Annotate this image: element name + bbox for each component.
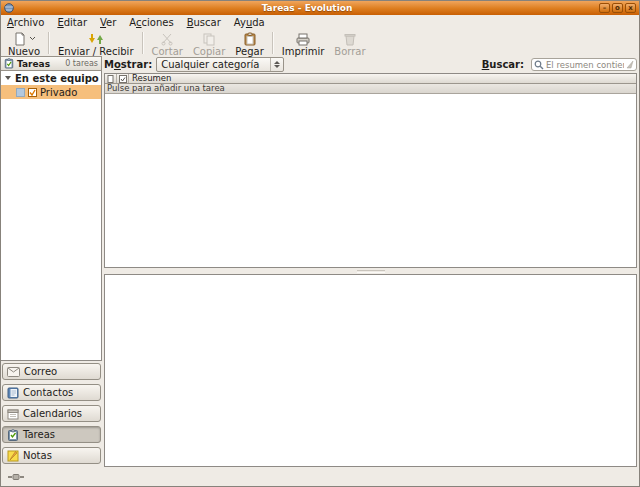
trash-icon	[344, 32, 356, 46]
delete-button: Borrar	[329, 30, 370, 57]
switcher-calendarios-button[interactable]: Calendarios	[2, 405, 101, 422]
expander-triangle-icon[interactable]	[5, 76, 11, 80]
sidebar-header-title: Tareas	[17, 59, 50, 69]
menu-ayuda-rest: da	[252, 17, 264, 28]
menu-archivo[interactable]: Archivo	[7, 17, 44, 28]
online-status-icon[interactable]	[8, 473, 24, 481]
cut-button: Cortar	[147, 30, 188, 57]
clear-search-icon[interactable]	[626, 60, 634, 69]
menu-ayuda[interactable]: Ayuda	[234, 17, 265, 28]
tree-group-label: En este equipo	[15, 73, 99, 84]
switcher-correo-button[interactable]: Correo	[2, 363, 101, 380]
minimize-button[interactable]: –	[599, 3, 610, 13]
toolbar-separator	[48, 32, 50, 54]
new-button[interactable]: Nuevo	[3, 30, 45, 57]
switcher-correo-label: Correo	[24, 366, 57, 377]
tree-item-privado[interactable]: Privado	[1, 85, 101, 99]
task-source-tree: En este equipo Privado	[1, 71, 102, 361]
search-icon[interactable]	[534, 60, 544, 70]
menu-ayuda-pre: Ay	[234, 17, 246, 28]
menu-editar-rest: ditar	[64, 17, 87, 28]
show-label: Mostrar:	[104, 59, 152, 70]
menu-buscar-mnemonic: B	[187, 17, 194, 28]
search-area: Buscar: El resumen contiene	[482, 58, 637, 71]
tree-item-label: Privado	[40, 87, 77, 98]
notes-icon	[7, 450, 19, 462]
printer-icon	[295, 32, 311, 46]
switcher-tareas-button[interactable]: Tareas	[2, 426, 101, 443]
dropdown-arrows-icon	[270, 58, 283, 71]
tree-group-on-this-computer[interactable]: En este equipo	[1, 71, 101, 85]
chevron-down-icon[interactable]	[29, 36, 36, 41]
search-input[interactable]: El resumen contiene	[531, 58, 637, 71]
print-button[interactable]: Imprimir	[277, 30, 330, 57]
complete-column-header[interactable]	[117, 74, 129, 83]
category-filter-value: Cualquier categoría	[161, 59, 259, 70]
maximize-button[interactable]: o	[612, 3, 623, 13]
show-label-pre: M	[104, 59, 114, 70]
switcher-contactos-button[interactable]: Contactos	[2, 384, 101, 401]
menu-editar[interactable]: Editar	[57, 17, 87, 28]
send-receive-icon	[88, 32, 104, 46]
menu-archivo-mnemonic: A	[7, 17, 14, 28]
scissors-icon	[160, 32, 174, 46]
toolbar-separator	[272, 32, 274, 54]
menu-archivo-rest: rchivo	[14, 17, 45, 28]
show-label-rest: strar:	[121, 59, 152, 70]
toolbar: Nuevo Enviar / Recibir Cortar Copiar	[1, 29, 639, 56]
menubar: Archivo Editar Ver Acciones Buscar Ayuda	[1, 15, 639, 29]
menu-buscar[interactable]: Buscar	[187, 17, 221, 28]
titlebar: Tareas - Evolution – o x	[1, 1, 639, 15]
menu-acciones[interactable]: Acciones	[129, 17, 173, 28]
menu-buscar-rest: uscar	[194, 17, 221, 28]
evolution-window: Tareas - Evolution – o x Archivo Editar …	[0, 0, 640, 487]
tasks-icon	[7, 429, 19, 441]
search-label-rest: uscar:	[489, 59, 524, 70]
menu-ver-rest: er	[106, 17, 116, 28]
switcher-notas-button[interactable]: Notas	[2, 447, 101, 464]
send-receive-button[interactable]: Enviar / Recibir	[53, 30, 138, 57]
menu-ver[interactable]: Ver	[100, 17, 116, 28]
new-document-icon	[13, 32, 27, 46]
sidebar-header[interactable]: Tareas 0 tareas	[1, 56, 102, 71]
complete-checkbox-icon	[119, 75, 127, 83]
statusbar	[1, 467, 639, 486]
menu-acciones-rest: ciones	[142, 17, 174, 28]
search-label: Buscar:	[482, 59, 524, 70]
task-preview-pane	[104, 274, 637, 467]
switcher-contactos-label: Contactos	[23, 387, 73, 398]
paste-button[interactable]: Pegar	[230, 30, 268, 57]
switcher-calendarios-label: Calendarios	[23, 408, 82, 419]
filter-bar: Mostrar: Cualquier categoría Buscar: El …	[104, 56, 637, 73]
close-button[interactable]: x	[625, 3, 636, 13]
switcher-tareas-label: Tareas	[23, 429, 55, 440]
search-placeholder: El resumen contiene	[546, 60, 624, 70]
contacts-icon	[7, 387, 19, 399]
click-to-add-task-row[interactable]: Pulse para añadir una tarea	[105, 84, 636, 94]
calendar-icon	[7, 408, 19, 420]
category-filter-dropdown[interactable]: Cualquier categoría	[156, 57, 284, 72]
copy-icon	[202, 32, 216, 46]
show-label-mnemonic: o	[114, 59, 121, 70]
toolbar-separator	[142, 32, 144, 54]
copy-button: Copiar	[188, 30, 230, 57]
mail-icon	[7, 367, 20, 377]
evolution-logo-icon	[4, 3, 14, 13]
type-column-header[interactable]	[105, 74, 117, 83]
checked-checkbox-icon[interactable]	[28, 88, 37, 97]
clipboard-paste-icon	[243, 32, 257, 46]
switcher-notas-label: Notas	[23, 450, 52, 461]
task-type-icon	[107, 75, 114, 83]
sidebar-task-count: 0 tareas	[65, 59, 98, 68]
component-switcher: Correo Contactos Calendarios Tareas Nota…	[2, 363, 101, 464]
task-list-pane: Resumen Pulse para añadir una tarea	[104, 73, 637, 268]
summary-column-header[interactable]: Resumen	[129, 74, 636, 83]
window-title: Tareas - Evolution	[17, 1, 597, 15]
splitter-handle-icon[interactable]	[357, 270, 385, 273]
calendar-color-swatch	[16, 88, 25, 97]
tasks-icon	[4, 58, 14, 69]
